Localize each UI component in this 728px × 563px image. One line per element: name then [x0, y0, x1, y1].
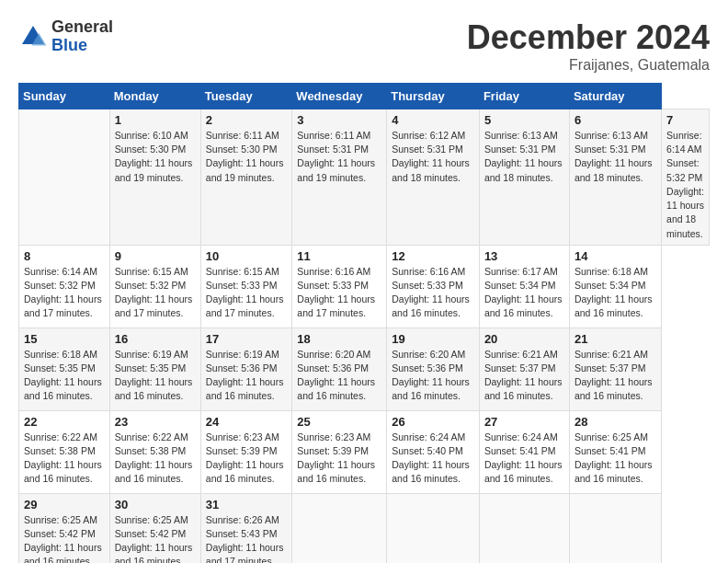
logo-general: General	[51, 17, 113, 36]
calendar-cell: 6Sunrise: 6:13 AMSunset: 5:31 PMDaylight…	[569, 109, 661, 246]
cell-info: Sunrise: 6:14 AMSunset: 5:32 PMDaylight:…	[666, 129, 704, 241]
calendar-cell: 31Sunrise: 6:26 AMSunset: 5:43 PMDayligh…	[200, 493, 292, 563]
header-sunday: Sunday	[19, 84, 110, 109]
day-number: 26	[392, 415, 474, 429]
week-row-3: 22Sunrise: 6:22 AMSunset: 5:38 PMDayligh…	[19, 410, 710, 493]
day-number: 18	[297, 332, 381, 346]
day-number: 15	[24, 332, 105, 346]
day-number: 16	[115, 332, 196, 346]
cell-info: Sunrise: 6:13 AMSunset: 5:31 PMDaylight:…	[484, 129, 564, 185]
cell-info: Sunrise: 6:22 AMSunset: 5:38 PMDaylight:…	[24, 431, 105, 487]
cell-info: Sunrise: 6:23 AMSunset: 5:39 PMDaylight:…	[206, 431, 288, 487]
calendar-cell: 1Sunrise: 6:10 AMSunset: 5:30 PMDaylight…	[109, 109, 200, 246]
cell-info: Sunrise: 6:25 AMSunset: 5:42 PMDaylight:…	[24, 513, 105, 563]
calendar-cell	[292, 493, 387, 563]
calendar-cell: 12Sunrise: 6:16 AMSunset: 5:33 PMDayligh…	[387, 245, 480, 327]
cell-info: Sunrise: 6:16 AMSunset: 5:33 PMDaylight:…	[392, 265, 474, 321]
week-row-4: 29Sunrise: 6:25 AMSunset: 5:42 PMDayligh…	[19, 493, 710, 563]
day-number: 14	[574, 249, 656, 263]
cell-info: Sunrise: 6:12 AMSunset: 5:31 PMDaylight:…	[392, 129, 474, 185]
cell-info: Sunrise: 6:14 AMSunset: 5:32 PMDaylight:…	[24, 265, 105, 321]
day-number: 28	[574, 415, 656, 429]
day-number: 30	[115, 498, 196, 511]
calendar-cell: 17Sunrise: 6:19 AMSunset: 5:36 PMDayligh…	[200, 327, 292, 410]
day-number: 5	[484, 113, 564, 127]
header-wednesday: Wednesday	[292, 84, 387, 109]
calendar-cell: 21Sunrise: 6:21 AMSunset: 5:37 PMDayligh…	[569, 327, 661, 410]
cell-info: Sunrise: 6:18 AMSunset: 5:34 PMDaylight:…	[574, 265, 656, 321]
calendar-cell: 5Sunrise: 6:13 AMSunset: 5:31 PMDaylight…	[479, 109, 569, 246]
day-number: 25	[297, 415, 381, 429]
cell-info: Sunrise: 6:17 AMSunset: 5:34 PMDaylight:…	[484, 265, 564, 321]
header-saturday: Saturday	[569, 84, 661, 109]
cell-info: Sunrise: 6:21 AMSunset: 5:37 PMDaylight:…	[574, 348, 656, 404]
day-number: 22	[24, 415, 105, 429]
cell-info: Sunrise: 6:18 AMSunset: 5:35 PMDaylight:…	[24, 348, 105, 404]
cell-info: Sunrise: 6:15 AMSunset: 5:32 PMDaylight:…	[115, 265, 196, 321]
logo-blue: Blue	[51, 36, 87, 54]
calendar-cell: 7Sunrise: 6:14 AMSunset: 5:32 PMDaylight…	[662, 109, 710, 246]
week-row-0: 1Sunrise: 6:10 AMSunset: 5:30 PMDaylight…	[19, 109, 710, 246]
header-monday: Monday	[109, 84, 200, 109]
cell-info: Sunrise: 6:25 AMSunset: 5:41 PMDaylight:…	[574, 431, 656, 487]
header-tuesday: Tuesday	[200, 84, 292, 109]
cell-info: Sunrise: 6:24 AMSunset: 5:41 PMDaylight:…	[484, 431, 564, 487]
calendar-cell: 3Sunrise: 6:11 AMSunset: 5:31 PMDaylight…	[292, 109, 387, 246]
cell-info: Sunrise: 6:10 AMSunset: 5:30 PMDaylight:…	[115, 129, 196, 185]
cell-info: Sunrise: 6:25 AMSunset: 5:42 PMDaylight:…	[115, 513, 196, 563]
calendar-cell: 27Sunrise: 6:24 AMSunset: 5:41 PMDayligh…	[479, 410, 569, 493]
day-number: 17	[206, 332, 288, 346]
calendar-cell: 10Sunrise: 6:15 AMSunset: 5:33 PMDayligh…	[200, 245, 292, 327]
logo: General Blue	[18, 18, 113, 55]
calendar-cell: 16Sunrise: 6:19 AMSunset: 5:35 PMDayligh…	[109, 327, 200, 410]
calendar-cell: 13Sunrise: 6:17 AMSunset: 5:34 PMDayligh…	[479, 245, 569, 327]
day-number: 7	[666, 113, 704, 127]
calendar-cell: 29Sunrise: 6:25 AMSunset: 5:42 PMDayligh…	[19, 493, 110, 563]
cell-info: Sunrise: 6:26 AMSunset: 5:43 PMDaylight:…	[206, 513, 288, 563]
cell-info: Sunrise: 6:22 AMSunset: 5:38 PMDaylight:…	[115, 431, 196, 487]
cell-info: Sunrise: 6:21 AMSunset: 5:37 PMDaylight:…	[484, 348, 564, 404]
day-number: 24	[206, 415, 288, 429]
calendar-cell: 8Sunrise: 6:14 AMSunset: 5:32 PMDaylight…	[19, 245, 110, 327]
calendar-cell: 20Sunrise: 6:21 AMSunset: 5:37 PMDayligh…	[479, 327, 569, 410]
cell-info: Sunrise: 6:23 AMSunset: 5:39 PMDaylight:…	[297, 431, 381, 487]
day-number: 29	[24, 498, 105, 511]
day-number: 8	[24, 249, 105, 263]
week-row-2: 15Sunrise: 6:18 AMSunset: 5:35 PMDayligh…	[19, 327, 710, 410]
cell-info: Sunrise: 6:11 AMSunset: 5:31 PMDaylight:…	[297, 129, 381, 185]
day-number: 12	[392, 249, 474, 263]
calendar-cell: 2Sunrise: 6:11 AMSunset: 5:30 PMDaylight…	[200, 109, 292, 246]
day-number: 11	[297, 249, 381, 263]
calendar-cell: 14Sunrise: 6:18 AMSunset: 5:34 PMDayligh…	[569, 245, 661, 327]
page-header: General Blue December 2024 Fraijanes, Gu…	[18, 18, 710, 74]
calendar-cell: 15Sunrise: 6:18 AMSunset: 5:35 PMDayligh…	[19, 327, 110, 410]
calendar-cell: 9Sunrise: 6:15 AMSunset: 5:32 PMDaylight…	[109, 245, 200, 327]
day-number: 6	[574, 113, 656, 127]
day-number: 4	[392, 113, 474, 127]
calendar-cell: 25Sunrise: 6:23 AMSunset: 5:39 PMDayligh…	[292, 410, 387, 493]
day-number: 2	[206, 113, 288, 127]
title-area: December 2024 Fraijanes, Guatemala	[467, 18, 710, 74]
calendar-cell: 24Sunrise: 6:23 AMSunset: 5:39 PMDayligh…	[200, 410, 292, 493]
cell-info: Sunrise: 6:15 AMSunset: 5:33 PMDaylight:…	[206, 265, 288, 321]
location: Fraijanes, Guatemala	[467, 57, 710, 74]
calendar-cell: 11Sunrise: 6:16 AMSunset: 5:33 PMDayligh…	[292, 245, 387, 327]
month-title: December 2024	[467, 18, 710, 57]
cell-info: Sunrise: 6:13 AMSunset: 5:31 PMDaylight:…	[574, 129, 656, 185]
calendar-cell	[569, 493, 661, 563]
day-number: 9	[115, 249, 196, 263]
cell-info: Sunrise: 6:11 AMSunset: 5:30 PMDaylight:…	[206, 129, 288, 185]
day-number: 31	[206, 498, 288, 511]
calendar-cell	[19, 109, 110, 246]
header-row: SundayMondayTuesdayWednesdayThursdayFrid…	[19, 84, 710, 109]
calendar-cell: 19Sunrise: 6:20 AMSunset: 5:36 PMDayligh…	[387, 327, 480, 410]
day-number: 1	[115, 113, 196, 127]
cell-info: Sunrise: 6:24 AMSunset: 5:40 PMDaylight:…	[392, 431, 474, 487]
header-friday: Friday	[479, 84, 569, 109]
day-number: 27	[484, 415, 564, 429]
calendar-cell: 26Sunrise: 6:24 AMSunset: 5:40 PMDayligh…	[387, 410, 480, 493]
calendar-cell	[387, 493, 480, 563]
cell-info: Sunrise: 6:16 AMSunset: 5:33 PMDaylight:…	[297, 265, 381, 321]
day-number: 21	[574, 332, 656, 346]
day-number: 19	[392, 332, 474, 346]
